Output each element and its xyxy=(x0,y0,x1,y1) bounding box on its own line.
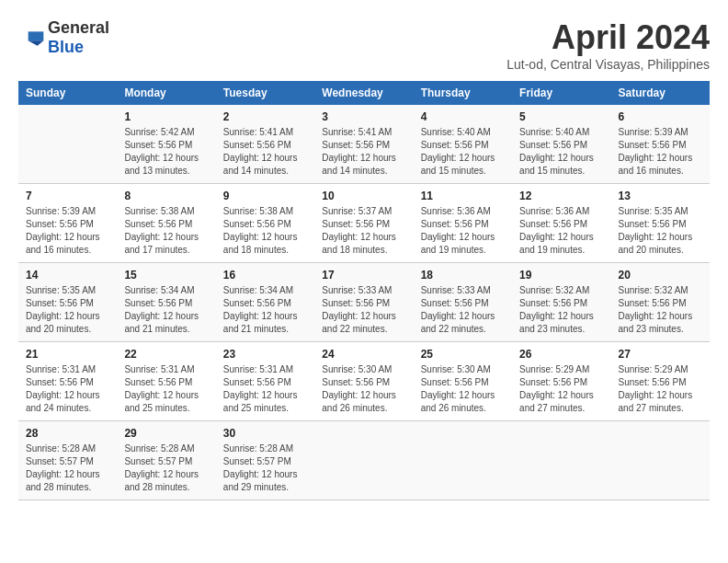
location-subtitle: Lut-od, Central Visayas, Philippines xyxy=(506,57,710,72)
week-row-3: 14Sunrise: 5:35 AMSunset: 5:56 PMDayligh… xyxy=(18,263,710,342)
day-number: 8 xyxy=(124,190,208,202)
calendar-cell: 7Sunrise: 5:39 AMSunset: 5:56 PMDaylight… xyxy=(18,184,117,263)
logo-icon xyxy=(18,29,44,47)
calendar-cell: 9Sunrise: 5:38 AMSunset: 5:56 PMDaylight… xyxy=(216,184,314,263)
calendar-cell: 8Sunrise: 5:38 AMSunset: 5:56 PMDaylight… xyxy=(117,184,215,263)
calendar-cell: 24Sunrise: 5:30 AMSunset: 5:56 PMDayligh… xyxy=(314,342,413,421)
day-number: 3 xyxy=(322,110,405,123)
day-info: Sunrise: 5:40 AMSunset: 5:56 PMDaylight:… xyxy=(519,126,603,178)
day-number: 16 xyxy=(223,269,307,282)
logo-general: General xyxy=(48,18,109,37)
day-info: Sunrise: 5:30 AMSunset: 5:56 PMDaylight:… xyxy=(322,363,405,415)
calendar-cell: 21Sunrise: 5:31 AMSunset: 5:56 PMDayligh… xyxy=(18,342,117,421)
calendar-cell: 17Sunrise: 5:33 AMSunset: 5:56 PMDayligh… xyxy=(314,263,413,342)
calendar-cell: 14Sunrise: 5:35 AMSunset: 5:56 PMDayligh… xyxy=(18,263,117,342)
day-info: Sunrise: 5:28 AMSunset: 5:57 PMDaylight:… xyxy=(26,442,109,494)
day-info: Sunrise: 5:33 AMSunset: 5:56 PMDaylight:… xyxy=(421,284,505,336)
day-info: Sunrise: 5:34 AMSunset: 5:56 PMDaylight:… xyxy=(124,284,208,336)
day-number: 7 xyxy=(26,190,109,202)
week-row-5: 28Sunrise: 5:28 AMSunset: 5:57 PMDayligh… xyxy=(18,421,710,500)
calendar-cell: 10Sunrise: 5:37 AMSunset: 5:56 PMDayligh… xyxy=(314,184,413,263)
calendar-cell: 5Sunrise: 5:40 AMSunset: 5:56 PMDaylight… xyxy=(512,105,610,184)
calendar-cell xyxy=(611,421,710,500)
day-number: 21 xyxy=(26,348,109,361)
day-number: 9 xyxy=(223,190,307,202)
calendar-cell: 28Sunrise: 5:28 AMSunset: 5:57 PMDayligh… xyxy=(18,421,117,500)
calendar-cell xyxy=(414,421,512,500)
calendar-cell: 11Sunrise: 5:36 AMSunset: 5:56 PMDayligh… xyxy=(414,184,512,263)
calendar-cell: 22Sunrise: 5:31 AMSunset: 5:56 PMDayligh… xyxy=(117,342,215,421)
logo-blue: Blue xyxy=(48,38,84,56)
day-info: Sunrise: 5:40 AMSunset: 5:56 PMDaylight:… xyxy=(421,126,505,178)
day-number: 5 xyxy=(519,110,603,123)
calendar-cell xyxy=(512,421,610,500)
day-info: Sunrise: 5:31 AMSunset: 5:56 PMDaylight:… xyxy=(223,363,307,415)
day-info: Sunrise: 5:42 AMSunset: 5:56 PMDaylight:… xyxy=(124,126,208,178)
calendar-cell xyxy=(314,421,413,500)
day-info: Sunrise: 5:31 AMSunset: 5:56 PMDaylight:… xyxy=(26,363,109,415)
day-number: 2 xyxy=(223,110,307,123)
calendar-cell: 19Sunrise: 5:32 AMSunset: 5:56 PMDayligh… xyxy=(512,263,610,342)
day-info: Sunrise: 5:35 AMSunset: 5:56 PMDaylight:… xyxy=(619,205,702,257)
day-info: Sunrise: 5:36 AMSunset: 5:56 PMDaylight:… xyxy=(421,205,505,257)
day-info: Sunrise: 5:32 AMSunset: 5:56 PMDaylight:… xyxy=(519,284,603,336)
day-number: 11 xyxy=(421,190,505,202)
day-info: Sunrise: 5:36 AMSunset: 5:56 PMDaylight:… xyxy=(519,205,603,257)
day-number: 6 xyxy=(619,110,702,123)
day-number: 25 xyxy=(421,348,505,361)
day-number: 15 xyxy=(124,269,208,282)
calendar-cell: 12Sunrise: 5:36 AMSunset: 5:56 PMDayligh… xyxy=(512,184,610,263)
day-number: 19 xyxy=(519,269,603,282)
calendar-cell: 23Sunrise: 5:31 AMSunset: 5:56 PMDayligh… xyxy=(216,342,314,421)
day-number: 14 xyxy=(26,269,109,282)
day-number: 29 xyxy=(124,427,208,440)
day-number: 22 xyxy=(124,348,208,361)
weekday-header-thursday: Thursday xyxy=(414,81,512,105)
day-info: Sunrise: 5:37 AMSunset: 5:56 PMDaylight:… xyxy=(322,205,405,257)
calendar-cell: 25Sunrise: 5:30 AMSunset: 5:56 PMDayligh… xyxy=(414,342,512,421)
day-info: Sunrise: 5:32 AMSunset: 5:56 PMDaylight:… xyxy=(619,284,702,336)
svg-marker-0 xyxy=(28,31,44,40)
day-number: 24 xyxy=(322,348,405,361)
weekday-header-monday: Monday xyxy=(117,81,215,105)
calendar-cell: 30Sunrise: 5:28 AMSunset: 5:57 PMDayligh… xyxy=(216,421,314,500)
svg-marker-1 xyxy=(28,40,44,45)
day-number: 10 xyxy=(322,190,405,202)
day-number: 12 xyxy=(519,190,603,202)
weekday-header-tuesday: Tuesday xyxy=(216,81,314,105)
day-number: 4 xyxy=(421,110,505,123)
weekday-header-wednesday: Wednesday xyxy=(314,81,413,105)
weekday-header-saturday: Saturday xyxy=(611,81,710,105)
weekday-header-row: SundayMondayTuesdayWednesdayThursdayFrid… xyxy=(18,81,710,105)
calendar-cell: 18Sunrise: 5:33 AMSunset: 5:56 PMDayligh… xyxy=(414,263,512,342)
calendar-cell: 13Sunrise: 5:35 AMSunset: 5:56 PMDayligh… xyxy=(611,184,710,263)
day-info: Sunrise: 5:34 AMSunset: 5:56 PMDaylight:… xyxy=(223,284,307,336)
calendar-cell: 16Sunrise: 5:34 AMSunset: 5:56 PMDayligh… xyxy=(216,263,314,342)
day-info: Sunrise: 5:38 AMSunset: 5:56 PMDaylight:… xyxy=(124,205,208,257)
day-info: Sunrise: 5:28 AMSunset: 5:57 PMDaylight:… xyxy=(124,442,208,494)
day-info: Sunrise: 5:29 AMSunset: 5:56 PMDaylight:… xyxy=(619,363,702,415)
calendar-cell: 6Sunrise: 5:39 AMSunset: 5:56 PMDaylight… xyxy=(611,105,710,184)
day-number: 20 xyxy=(619,269,702,282)
day-number: 17 xyxy=(322,269,405,282)
day-number: 23 xyxy=(223,348,307,361)
week-row-4: 21Sunrise: 5:31 AMSunset: 5:56 PMDayligh… xyxy=(18,342,710,421)
day-info: Sunrise: 5:41 AMSunset: 5:56 PMDaylight:… xyxy=(322,126,405,178)
day-number: 30 xyxy=(223,427,307,440)
day-number: 27 xyxy=(619,348,702,361)
calendar-cell: 15Sunrise: 5:34 AMSunset: 5:56 PMDayligh… xyxy=(117,263,215,342)
title-section: April 2024 Lut-od, Central Visayas, Phil… xyxy=(506,18,710,72)
calendar-cell: 20Sunrise: 5:32 AMSunset: 5:56 PMDayligh… xyxy=(611,263,710,342)
calendar-cell xyxy=(18,105,117,184)
day-number: 18 xyxy=(421,269,505,282)
month-title: April 2024 xyxy=(506,18,710,57)
calendar-cell: 29Sunrise: 5:28 AMSunset: 5:57 PMDayligh… xyxy=(117,421,215,500)
header: General Blue April 2024 Lut-od, Central … xyxy=(18,18,710,72)
day-number: 1 xyxy=(124,110,208,123)
calendar-cell: 3Sunrise: 5:41 AMSunset: 5:56 PMDaylight… xyxy=(314,105,413,184)
day-info: Sunrise: 5:38 AMSunset: 5:56 PMDaylight:… xyxy=(223,205,307,257)
day-info: Sunrise: 5:30 AMSunset: 5:56 PMDaylight:… xyxy=(421,363,505,415)
day-info: Sunrise: 5:39 AMSunset: 5:56 PMDaylight:… xyxy=(619,126,702,178)
calendar-cell: 1Sunrise: 5:42 AMSunset: 5:56 PMDaylight… xyxy=(117,105,215,184)
week-row-1: 1Sunrise: 5:42 AMSunset: 5:56 PMDaylight… xyxy=(18,105,710,184)
